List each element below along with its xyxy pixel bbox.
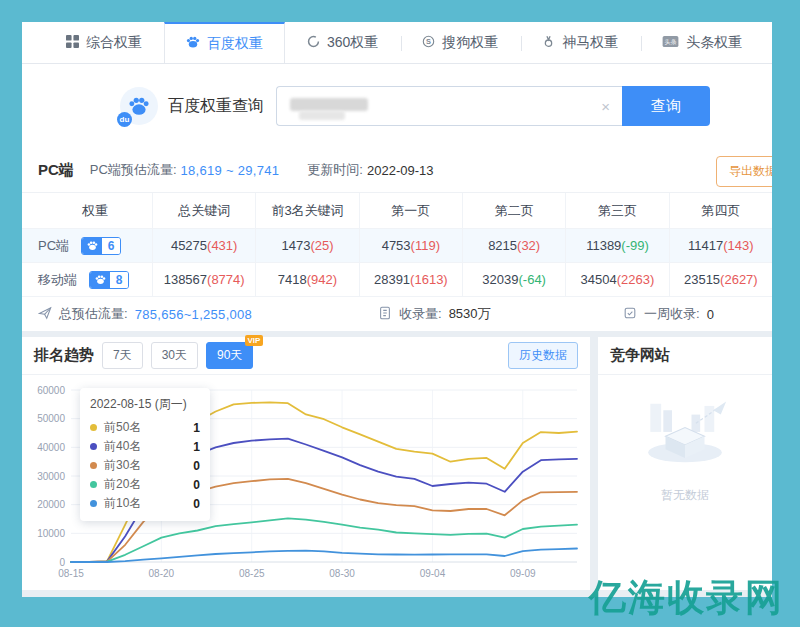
baidu-weight-badge: 8 [89, 271, 129, 289]
table-row-mobile: 移动端 8 138567(8774) 7418(942) 28391(1613)… [22, 263, 772, 297]
col-header: 第三页 [565, 193, 668, 228]
svg-text:头条: 头条 [665, 39, 677, 45]
cell: 1473(25) [255, 229, 358, 262]
total-traffic-value: 785,656~1,255,008 [135, 307, 253, 322]
tab-toutiao-weight[interactable]: 头条 头条权重 [640, 22, 764, 63]
chart-tooltip: 2022-08-15 (周一) 前50名1 前40名1 前30名0 前20名0 … [80, 388, 210, 521]
weight-value: 8 [110, 272, 128, 288]
svg-text:08-25: 08-25 [239, 568, 265, 579]
tab-sogou-weight[interactable]: S 搜狗权重 [400, 22, 520, 63]
cell: 4753(119) [359, 229, 462, 262]
competitor-title: 竞争网站 [610, 346, 670, 365]
col-header: 第一页 [359, 193, 462, 228]
series-dot [90, 500, 97, 507]
paw-icon [90, 272, 110, 288]
range-7d-button[interactable]: 7天 [102, 342, 143, 369]
baidu-weight-badge: 6 [81, 237, 121, 255]
col-header: 总关键词 [152, 193, 255, 228]
cell: 34504(2263) [565, 263, 668, 296]
week-label: 一周收录: [644, 305, 700, 323]
search-title: 百度权重查询 [168, 96, 264, 117]
series-dot [90, 443, 97, 450]
query-button[interactable]: 查询 [622, 86, 710, 126]
col-header: 权重 [22, 193, 152, 228]
traffic-value: 18,619 ~ 29,741 [181, 163, 280, 178]
tab-label: 搜狗权重 [442, 34, 498, 52]
censored-query-blur [299, 111, 345, 120]
svg-text:40000: 40000 [37, 442, 65, 453]
series-dot [90, 481, 97, 488]
cell: 138567(8774) [152, 263, 255, 296]
tooltip-row: 前10名0 [90, 494, 200, 513]
circle-360-icon [307, 35, 320, 51]
tab-label: 头条权重 [686, 34, 742, 52]
top-card: 综合权重 百度权重 360权重 S 搜狗权重 神马权重 头条 头条权重 [22, 22, 772, 331]
col-header: 前3名关键词 [255, 193, 358, 228]
table-row-pc: PC端 6 45275(431) 1473(25) 4753(119) 8215… [22, 229, 772, 263]
update-value: 2022-09-13 [367, 163, 434, 178]
cell: 32039(-64) [462, 263, 565, 296]
toutiao-icon: 头条 [662, 35, 679, 51]
cell: 11389(-99) [565, 229, 668, 262]
pc-link[interactable]: PC端 [38, 237, 69, 255]
svg-text:09-04: 09-04 [420, 568, 446, 579]
svg-text:08-15: 08-15 [58, 568, 84, 579]
svg-text:08-30: 08-30 [329, 568, 355, 579]
total-traffic-label: 总预估流量: [59, 305, 128, 323]
export-data-button[interactable]: 导出数据 [716, 156, 772, 187]
competitor-header: 竞争网站 [598, 337, 772, 375]
baidu-logo-icon: du [120, 87, 158, 125]
tooltip-date: 2022-08-15 (周一) [90, 396, 200, 413]
svg-text:50000: 50000 [37, 413, 65, 424]
tab-composite-weight[interactable]: 综合权重 [44, 22, 164, 63]
tooltip-row: 前20名0 [90, 475, 200, 494]
history-data-button[interactable]: 历史数据 [508, 342, 578, 369]
series-dot [90, 424, 97, 431]
svg-text:30000: 30000 [37, 471, 65, 482]
totals-row: 总预估流量: 785,656~1,255,008 收录量: 8530万 一周收录… [22, 297, 772, 331]
svg-text:0: 0 [59, 557, 65, 568]
tab-baidu-weight[interactable]: 百度权重 [164, 22, 285, 63]
censored-query-blur [290, 98, 368, 111]
grid-icon [66, 35, 79, 51]
vip-tag: VIP [245, 335, 264, 346]
svg-text:08-20: 08-20 [149, 568, 175, 579]
week-index: 一周收录: 0 [623, 305, 714, 323]
weight-value: 6 [102, 238, 120, 254]
tooltip-row: 前50名1 [90, 418, 200, 437]
paw-icon [82, 238, 102, 254]
svg-text:60000: 60000 [37, 385, 65, 396]
index-value: 8530万 [449, 305, 491, 323]
shenma-icon [542, 35, 555, 51]
tooltip-row: 前40名1 [90, 437, 200, 456]
page: { "tabs": [ {"label":"综合权重","icon":"grid… [0, 0, 800, 627]
index-count: 收录量: 8530万 [378, 305, 623, 323]
search-section: du 百度权重查询 × 查询 [22, 64, 772, 148]
svg-text:20000: 20000 [37, 499, 65, 510]
tab-label: 百度权重 [207, 35, 263, 53]
svg-text:10000: 10000 [37, 528, 65, 539]
cell: 11417(143) [669, 229, 772, 262]
tab-shenma-weight[interactable]: 神马权重 [520, 22, 640, 63]
mobile-link[interactable]: 移动端 [38, 271, 77, 289]
sogou-s-icon: S [422, 35, 435, 51]
baidu-du-badge: du [117, 112, 132, 127]
tooltip-row: 前30名0 [90, 456, 200, 475]
cell: 7418(942) [255, 263, 358, 296]
tab-label: 综合权重 [86, 34, 142, 52]
search-input[interactable]: × [276, 86, 622, 126]
trend-chart: 010000200003000040000500006000008-1508-2… [22, 375, 590, 592]
range-30d-button[interactable]: 30天 [151, 342, 198, 369]
content-frame: 综合权重 百度权重 360权重 S 搜狗权重 神马权重 头条 头条权重 [22, 22, 772, 597]
paper-plane-icon [38, 306, 52, 323]
overview-stats: PC端 PC端预估流量: 18,619 ~ 29,741 更新时间: 2022-… [22, 148, 772, 192]
document-icon [378, 306, 392, 323]
range-90d-button[interactable]: 90天VIP [206, 342, 253, 369]
device-label: PC端 [38, 161, 74, 180]
clear-input-icon[interactable]: × [601, 98, 610, 115]
table-header-row: 权重 总关键词 前3名关键词 第一页 第二页 第三页 第四页 [22, 193, 772, 229]
tab-360-weight[interactable]: 360权重 [285, 22, 400, 63]
rank-trend-panel: 排名趋势 7天 30天 90天VIP 历史数据 0100002000030000… [22, 337, 590, 590]
empty-text: 暂无数据 [661, 487, 709, 504]
update-label: 更新时间: [307, 161, 363, 179]
